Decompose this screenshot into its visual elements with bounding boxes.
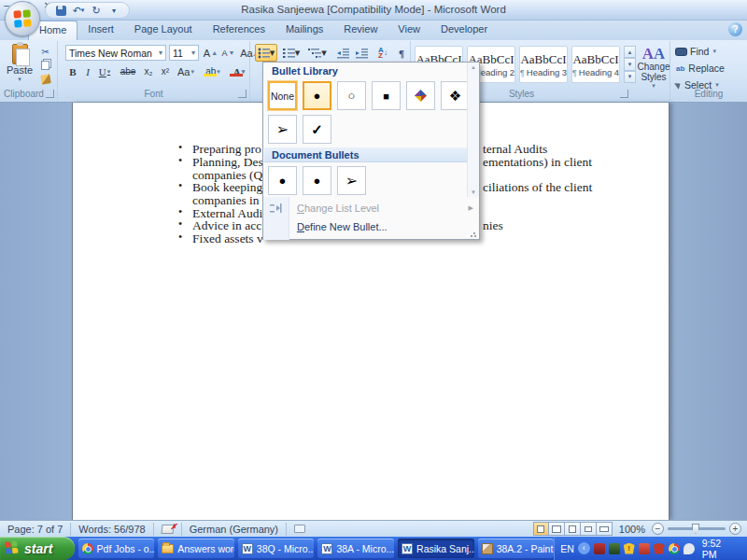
grow-font-button[interactable]: A▲	[202, 45, 219, 61]
network-tray-icon[interactable]	[609, 543, 620, 554]
font-color-button[interactable]: A▾	[227, 63, 251, 79]
multilevel-list-button[interactable]: ▾	[305, 44, 330, 62]
zoom-out-button[interactable]: −	[652, 523, 664, 535]
font-size-combo[interactable]: 11 ▾	[169, 45, 199, 61]
outline-view-button[interactable]	[581, 522, 597, 536]
draft-view-button[interactable]	[597, 522, 613, 536]
taskbar-item-paint[interactable]: 38A.2 - Paint	[478, 539, 555, 558]
superscript-button[interactable]: x²	[157, 63, 174, 79]
bullet-option-diamonds[interactable]: ❖	[441, 81, 470, 110]
taskbar-item-rasika-active[interactable]: WRasika Sanj...	[398, 539, 474, 558]
subscript-button[interactable]: x₂	[140, 63, 157, 79]
doc-bullet-option-1[interactable]: ●	[268, 166, 297, 195]
show-hide-button[interactable]: ¶	[394, 44, 409, 62]
change-styles-button[interactable]: AA Change Styles ▾	[638, 46, 669, 90]
help-icon[interactable]: ?	[728, 22, 742, 36]
tab-view[interactable]: View	[388, 21, 430, 40]
font-dialog-launcher[interactable]	[238, 90, 247, 98]
tab-references[interactable]: References	[203, 21, 275, 40]
undo-caret-icon[interactable]: ▾	[81, 7, 85, 14]
customize-qat-button[interactable]: ▾	[106, 4, 121, 18]
save-button[interactable]	[53, 4, 68, 18]
highlight-button[interactable]: ab▾	[201, 63, 225, 79]
display-tray-icon[interactable]	[594, 543, 605, 554]
macro-record-button[interactable]	[287, 523, 313, 536]
bullet-option-circle[interactable]: ○	[337, 81, 366, 110]
change-styles-caret-icon[interactable]: ▾	[652, 82, 655, 90]
office-button[interactable]	[5, 1, 40, 36]
bullet-option-arrow[interactable]: ➢	[268, 115, 297, 144]
cut-button[interactable]: ✂	[37, 45, 53, 58]
antivirus-tray-icon[interactable]	[654, 543, 665, 554]
paste-caret-icon[interactable]: ▾	[18, 76, 21, 83]
chrome-tray-icon[interactable]	[669, 543, 680, 554]
increase-indent-button[interactable]	[353, 44, 371, 62]
bullet-option-none[interactable]: None	[268, 81, 297, 110]
font-name-caret-icon[interactable]: ▾	[159, 49, 162, 57]
define-new-bullet-item[interactable]: Define New Bullet...	[263, 217, 481, 236]
tab-developer[interactable]: Developer	[430, 21, 498, 40]
tab-mailings[interactable]: Mailings	[275, 21, 333, 40]
style-heading4[interactable]: AaBbCcI ¶ Heading 4	[571, 46, 620, 83]
styles-dialog-launcher[interactable]	[620, 90, 628, 98]
bullet-option-square[interactable]: ■	[372, 81, 401, 110]
numbering-caret-icon[interactable]: ▾	[295, 47, 301, 59]
bullet-option-picture[interactable]	[406, 81, 435, 110]
resize-grip-icon[interactable]	[470, 231, 477, 238]
zoom-in-button[interactable]: +	[729, 523, 741, 535]
gallery-scroll-down-icon[interactable]: ▼	[471, 189, 476, 195]
italic-button[interactable]: I	[81, 63, 94, 79]
bold-button[interactable]: B	[65, 63, 80, 79]
taskbar-item-38q[interactable]: W38Q - Micro...	[238, 539, 315, 558]
doc-bullet-option-3[interactable]: ➢	[337, 166, 366, 195]
messenger-tray-icon[interactable]	[684, 543, 695, 554]
word-count[interactable]: Words: 56/978	[71, 523, 153, 536]
taskbar-item-pdf-jobs[interactable]: Pdf Jobs - o...	[78, 539, 155, 558]
change-case-button[interactable]: Aa▾	[175, 63, 197, 79]
tab-review[interactable]: Review	[333, 21, 388, 40]
security-alert-icon[interactable]: !	[624, 543, 635, 554]
find-button[interactable]: Find▾	[676, 46, 716, 57]
taskbar-item-38a[interactable]: W38A - Micro...	[317, 539, 394, 558]
multilevel-caret-icon[interactable]: ▾	[321, 47, 327, 59]
bullet-gallery-scrollbar[interactable]: ▲ ▼	[467, 63, 479, 197]
undo-button[interactable]: ↶▾	[71, 4, 86, 18]
clipboard-dialog-launcher[interactable]	[46, 90, 54, 98]
replace-button[interactable]: ab Replace	[676, 63, 725, 74]
change-list-level-item[interactable]: Change List Level ▶	[263, 199, 481, 217]
language-bar[interactable]: EN	[560, 543, 574, 554]
numbering-button[interactable]: ▾	[280, 44, 303, 62]
full-screen-reading-view-button[interactable]	[549, 522, 565, 536]
styles-more-icon[interactable]: ▼	[624, 71, 636, 83]
zoom-track[interactable]	[668, 527, 726, 530]
decrease-indent-button[interactable]	[334, 44, 352, 62]
bullet-option-solid-dot[interactable]: ●	[303, 81, 331, 110]
web-layout-view-button[interactable]	[565, 522, 581, 536]
tray-collapse-icon[interactable]: ‹	[578, 542, 590, 554]
style-heading3[interactable]: AaBbCcI ¶ Heading 3	[519, 46, 568, 83]
zoom-thumb[interactable]	[692, 524, 699, 534]
sort-button[interactable]: AZ↓	[374, 44, 392, 62]
tab-insert[interactable]: Insert	[78, 21, 124, 40]
redo-button[interactable]: ↻	[89, 4, 104, 18]
format-painter-button[interactable]	[37, 73, 53, 86]
start-button[interactable]: start	[0, 537, 75, 560]
print-layout-view-button[interactable]	[533, 522, 549, 536]
select-caret-icon[interactable]: ▾	[715, 81, 719, 89]
page-indicator[interactable]: Page: 7 of 7	[0, 523, 71, 536]
paste-button[interactable]: Paste ▾	[7, 44, 33, 83]
styles-scroll-down-icon[interactable]: ▼	[624, 58, 636, 70]
zoom-level[interactable]: 100%	[613, 524, 652, 535]
tab-page-layout[interactable]: Page Layout	[124, 21, 203, 40]
gallery-scroll-up-icon[interactable]: ▲	[471, 64, 476, 70]
shrink-font-button[interactable]: A▼	[219, 45, 237, 61]
office-tray-icon[interactable]	[639, 543, 650, 554]
font-name-combo[interactable]: Times New Roman ▾	[65, 45, 166, 61]
proofing-status[interactable]	[154, 523, 182, 536]
taskbar-item-answers-word[interactable]: Answers word	[158, 539, 234, 558]
font-size-caret-icon[interactable]: ▾	[191, 49, 195, 57]
underline-button[interactable]: U▾	[95, 63, 114, 79]
bullets-button[interactable]: ▾	[255, 44, 277, 62]
language-indicator[interactable]: German (Germany)	[182, 523, 287, 536]
bullets-caret-icon[interactable]: ▾	[270, 47, 275, 59]
